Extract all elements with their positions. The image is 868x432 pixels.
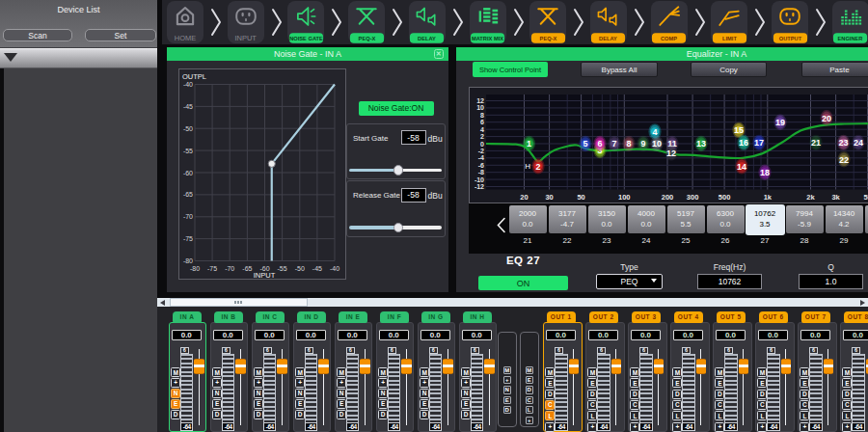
svg-text:500: 500: [719, 193, 731, 202]
svg-text:21: 21: [811, 138, 821, 148]
svg-text:-50: -50: [295, 265, 305, 272]
svg-text:-65: -65: [183, 191, 193, 198]
svg-text:10: 10: [652, 139, 662, 148]
svg-text:2k: 2k: [806, 193, 815, 202]
svg-text:-65: -65: [242, 265, 252, 272]
svg-text:-10: -10: [475, 176, 484, 183]
svg-text:300: 300: [687, 193, 699, 202]
svg-text:14: 14: [737, 162, 746, 172]
svg-text:OUTPL: OUTPL: [182, 72, 206, 81]
svg-text:1: 1: [527, 139, 531, 148]
svg-text:30: 30: [545, 193, 553, 202]
svg-text:-80: -80: [190, 265, 200, 272]
svg-text:10: 10: [476, 104, 484, 111]
svg-text:200: 200: [662, 193, 674, 202]
svg-text:-70: -70: [183, 213, 193, 220]
svg-text:H: H: [525, 162, 530, 171]
svg-text:2: 2: [480, 133, 484, 140]
svg-text:-45: -45: [312, 265, 322, 272]
svg-text:-8: -8: [478, 169, 484, 176]
svg-text:16: 16: [739, 138, 748, 148]
svg-text:-55: -55: [183, 148, 193, 154]
svg-text:12: 12: [666, 148, 676, 158]
svg-text:5: 5: [583, 139, 587, 148]
svg-text:-75: -75: [207, 265, 217, 272]
svg-text:-60: -60: [183, 170, 193, 176]
svg-text:20: 20: [822, 114, 831, 123]
svg-text:-55: -55: [278, 265, 287, 272]
svg-text:4: 4: [652, 127, 657, 137]
svg-text:-2: -2: [478, 148, 484, 154]
svg-text:-4: -4: [478, 154, 484, 161]
svg-text:4: 4: [480, 126, 484, 133]
svg-text:13: 13: [696, 139, 706, 148]
svg-text:6: 6: [597, 139, 602, 148]
svg-text:8: 8: [626, 139, 631, 148]
svg-text:-80: -80: [183, 257, 193, 264]
svg-text:-70: -70: [225, 265, 234, 272]
svg-text:24: 24: [854, 138, 863, 148]
svg-text:9: 9: [640, 139, 645, 148]
svg-text:-75: -75: [183, 235, 193, 242]
svg-text:23: 23: [838, 138, 848, 148]
svg-text:50: 50: [577, 193, 584, 202]
svg-text:8: 8: [480, 112, 484, 119]
svg-text:17: 17: [754, 138, 764, 148]
svg-text:-50: -50: [183, 125, 193, 132]
svg-text:5k: 5k: [863, 193, 868, 202]
svg-text:-12: -12: [475, 183, 484, 190]
svg-text:1k: 1k: [764, 193, 773, 202]
svg-text:0: 0: [480, 141, 484, 148]
svg-text:3k: 3k: [831, 193, 840, 202]
svg-text:15: 15: [734, 125, 744, 135]
svg-text:-6: -6: [478, 162, 484, 169]
svg-text:-45: -45: [183, 103, 193, 110]
svg-text:INPUT: INPUT: [254, 271, 276, 279]
svg-text:-40: -40: [330, 265, 339, 272]
svg-text:20: 20: [520, 193, 528, 202]
svg-text:6: 6: [480, 119, 484, 125]
svg-text:7: 7: [611, 139, 616, 148]
svg-text:100: 100: [618, 193, 631, 202]
svg-text:18: 18: [760, 168, 770, 177]
svg-text:22: 22: [839, 155, 849, 165]
svg-text:19: 19: [775, 118, 785, 127]
svg-text:-40: -40: [183, 81, 193, 88]
svg-text:12: 12: [476, 97, 484, 104]
svg-text:2: 2: [535, 162, 540, 172]
